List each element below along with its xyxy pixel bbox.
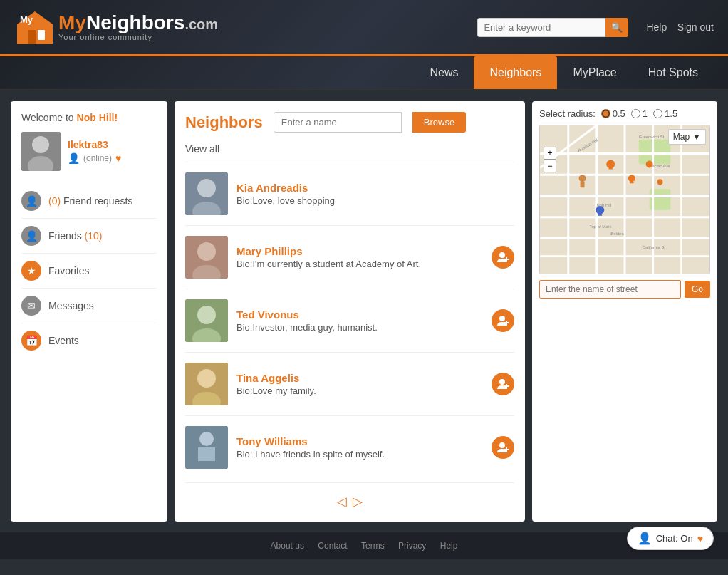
next-page-arrow[interactable]: ▷ [353,494,363,509]
neighbor-row: Tina Aggelis Bio:Love my family. [185,352,514,415]
add-person-icon [496,314,509,327]
add-friend-button[interactable] [492,309,514,332]
logo-tagline: Your online community [58,33,218,41]
neighbors-title: Neighbors [185,113,263,132]
zoom-in-button[interactable]: + [544,147,556,160]
footer-help[interactable]: Help [440,541,458,551]
svg-point-29 [199,432,214,446]
radius-1-radio[interactable] [631,109,640,118]
radius-15-radio[interactable] [653,109,662,118]
radius-05-label[interactable]: 0.5 [601,108,625,119]
signout-link[interactable]: Sign out [677,21,714,33]
map-type-label: Map [673,132,690,142]
chat-bar[interactable]: 👤 Chat: On ♥ [627,527,714,550]
neighborhood-name: Nob Hill! [77,112,118,123]
pagination: ◁ ▷ [185,482,514,509]
go-button[interactable]: Go [685,281,710,298]
svg-text:Top of Mark: Top of Mark [589,224,611,229]
name-search-input[interactable] [274,112,402,133]
svg-point-61 [657,179,663,185]
search-input[interactable] [477,18,605,37]
friend-requests-label: (0) Friend requests [48,195,132,207]
avatar-image [21,132,61,171]
neighbors-panel: Neighbors Browse View all Kia Andreadis … [175,101,525,522]
neighbor-bio: Bio:Love, love shopping [236,195,514,206]
neighbor-row: Tony Williams Bio: I have friends in spi… [185,415,514,479]
footer: About us Contact Terms Privacy Help [0,532,728,559]
footer-terms[interactable]: Terms [361,541,385,551]
browse-button[interactable]: Browse [412,112,466,133]
help-link[interactable]: Help [646,21,667,33]
add-friend-button[interactable] [492,246,514,269]
svg-text:My: My [20,14,33,25]
sidebar-item-friend-requests[interactable]: 👤 (0) Friend requests [21,184,157,219]
nav-myplace[interactable]: MyPlace [557,56,632,89]
svg-point-23 [197,369,216,388]
main-content: Welcome to Nob Hill! Ilektra83 👤 (online… [0,90,728,532]
svg-rect-65 [581,182,585,187]
svg-point-5 [32,136,49,153]
logo-neighbors: Neighbors [86,11,184,33]
add-friend-button[interactable] [492,436,514,459]
svg-rect-2 [38,30,45,40]
neighbor-name[interactable]: Tony Williams [236,435,483,447]
prev-page-arrow[interactable]: ◁ [337,494,347,509]
sidebar-item-favorites[interactable]: ★ Favorites [21,254,157,289]
radius-1-label[interactable]: 1 [631,108,648,119]
street-search-input[interactable] [539,280,681,299]
radius-05-radio[interactable] [601,109,610,118]
svg-point-25 [499,379,505,385]
footer-contact[interactable]: Contact [318,541,347,551]
view-all-link[interactable]: View all [185,143,514,155]
neighbor-name[interactable]: Kia Andreadis [236,182,514,194]
svg-text:California St: California St [643,245,666,249]
svg-point-11 [197,242,216,261]
map-panel: Select radius: 0.5 1 1.5 [532,101,717,522]
favorites-label: Favorites [48,265,90,276]
neighbor-photo [185,426,228,469]
sidebar-item-friends[interactable]: 👤 Friends (10) [21,219,157,254]
neighbor-bio: Bio:Love my family. [236,385,483,396]
street-search: Go [539,280,710,299]
username[interactable]: Ilektra83 [68,139,121,150]
sidebar-item-events[interactable]: 📅 Events [21,323,157,358]
status-text: (online) [83,153,112,163]
neighbor-info: Kia Andreadis Bio:Love, love shopping [236,182,514,206]
svg-rect-35 [639,140,671,165]
neighbor-name[interactable]: Mary Phillips [236,245,483,257]
neighbor-photo [185,299,228,342]
sidebar-item-messages[interactable]: ✉ Messages [21,289,157,323]
map-type-button[interactable]: Map ▼ [668,129,706,145]
sidebar-menu: 👤 (0) Friend requests 👤 Friends (10) ★ F… [21,184,157,358]
add-friend-button[interactable] [492,373,514,395]
neighbor-name[interactable]: Tina Aggelis [236,372,483,384]
svg-point-13 [499,252,505,258]
header: My MyNeighbors.com Your online community… [0,0,728,56]
logo-com: .com [184,16,218,32]
neighbor-info: Ted Vivonus Bio:Investor, media guy, hum… [236,309,483,333]
zoom-out-button[interactable]: − [544,160,556,172]
map-container[interactable]: Russian Hill Greenwich St Pacific Ave No… [539,125,710,274]
radius-15-label[interactable]: 1.5 [653,108,677,119]
messages-label: Messages [48,300,94,311]
neighbor-photo [185,236,228,279]
nav-hotspots[interactable]: Hot Spots [633,56,714,89]
map-type-chevron: ▼ [692,132,701,142]
logo-house-icon: My [14,9,56,46]
person-icon: 👤 [68,152,80,164]
footer-privacy[interactable]: Privacy [398,541,426,551]
envelope-icon: ✉ [21,296,41,316]
neighbor-photo [185,363,228,405]
footer-about[interactable]: About us [271,541,304,551]
svg-point-64 [579,175,586,182]
map-zoom-controls: + − [544,147,556,172]
add-person-icon [496,441,509,454]
events-label: Events [48,335,79,346]
neighbor-name[interactable]: Ted Vivonus [236,309,483,321]
nav-news[interactable]: News [414,56,474,89]
nav-neighbors[interactable]: Neighbors [474,56,557,89]
search-button[interactable]: 🔍 [605,18,628,37]
radius-label: Select radius: [539,108,596,119]
neighbor-info: Mary Phillips Bio:I'm currently a studen… [236,245,483,269]
neighbors-header: Neighbors Browse [185,112,514,133]
